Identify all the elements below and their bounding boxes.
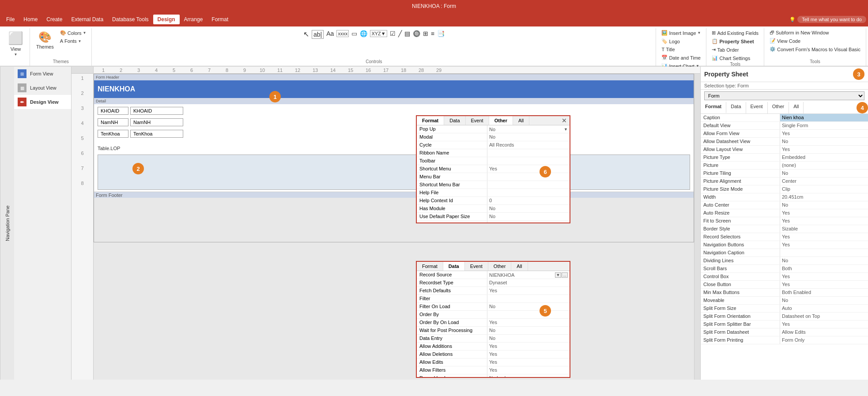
form-footer-bar[interactable]: Form Footer bbox=[94, 192, 694, 198]
prop-value-picture-tiling[interactable]: No bbox=[780, 170, 868, 177]
popup-other-tab-event[interactable]: Event bbox=[466, 116, 489, 125]
tab-tool[interactable]: 📑 bbox=[436, 29, 445, 38]
text-box-tool[interactable]: ab| bbox=[311, 29, 325, 40]
design-view-option[interactable]: ✏ Design View bbox=[14, 95, 71, 109]
prop-value-split-printing[interactable]: Form Only bbox=[780, 336, 868, 344]
prop-value-allow-form-view[interactable]: Yes bbox=[780, 130, 868, 137]
navigation-pane[interactable]: Navigation Pane bbox=[0, 67, 14, 380]
view-code-button[interactable]: 📝 View Code bbox=[768, 37, 802, 45]
prop-value-allow-layout-view[interactable]: Yes bbox=[780, 146, 868, 153]
prop-value-picture-size-mode[interactable]: Clip bbox=[780, 185, 868, 193]
themes-button[interactable]: 🎨 Themes bbox=[34, 29, 57, 51]
prop-value-picture[interactable]: (none) bbox=[780, 162, 868, 169]
menu-create[interactable]: Create bbox=[42, 15, 67, 24]
prop-value-picture-alignment[interactable]: Center bbox=[780, 177, 868, 185]
check-tool[interactable]: ☑ bbox=[389, 29, 396, 40]
prop-row-split-form-orientation: Split Form Orientation Datasheet on Top bbox=[701, 313, 868, 321]
prop-value-width[interactable]: 20.451cm bbox=[780, 193, 868, 201]
add-existing-fields-button[interactable]: ⊞ Add Existing Fields bbox=[710, 29, 760, 37]
prop-value-split-form-orientation[interactable]: Datasheet on Top bbox=[780, 313, 868, 320]
combo-tool[interactable]: XYZ▼ bbox=[369, 29, 388, 40]
prop-value-allow-datasheet-view[interactable]: No bbox=[780, 138, 868, 145]
badge-1: 1 bbox=[269, 91, 281, 102]
popup-dropdown-arrow[interactable]: ▼ bbox=[564, 127, 568, 132]
prop-value-auto-resize[interactable]: Yes bbox=[780, 209, 868, 217]
property-tab-data[interactable]: Data bbox=[726, 102, 746, 113]
prop-value-auto-center[interactable]: No bbox=[780, 201, 868, 209]
layout-view-option[interactable]: ▦ Layout View bbox=[14, 81, 71, 95]
menu-arrange[interactable]: Arrange bbox=[180, 15, 208, 24]
popup-data-tab-format[interactable]: Format bbox=[417, 262, 443, 271]
prop-value-moveable[interactable]: No bbox=[780, 297, 868, 304]
menu-database-tools[interactable]: Database Tools bbox=[108, 15, 153, 24]
more-controls-btn[interactable]: ▤ bbox=[404, 29, 411, 40]
convert-macros-button[interactable]: ⚙️ Convert Form's Macros to Visual Basic bbox=[768, 45, 862, 53]
btn-tool[interactable]: 🔘 bbox=[412, 29, 421, 38]
date-time-button[interactable]: 📅 Date and Time bbox=[660, 54, 702, 61]
prop-value-split-form-size[interactable]: Auto bbox=[780, 305, 868, 312]
prop-value-split-splitter-bar[interactable]: Yes bbox=[780, 321, 868, 328]
prop-value-picture-type[interactable]: Embedded bbox=[780, 154, 868, 161]
rect-tool[interactable]: ▭ bbox=[351, 29, 358, 40]
prop-value-dividing-lines[interactable]: No bbox=[780, 257, 868, 264]
popup-other-tab-all[interactable]: All bbox=[513, 116, 529, 125]
property-tab-event[interactable]: Event bbox=[746, 102, 768, 113]
listbox-tool[interactable]: ≡ bbox=[430, 29, 435, 38]
input-khoaid[interactable]: KHOAID bbox=[130, 107, 183, 115]
xxxx-tool[interactable]: xxxx bbox=[336, 29, 350, 40]
title-button[interactable]: T Title bbox=[660, 46, 676, 53]
line-tool[interactable]: ╱ bbox=[397, 29, 403, 40]
tab-order-button[interactable]: ⇥ Tab Order bbox=[710, 46, 740, 53]
prop-value-record-selectors[interactable]: Yes bbox=[780, 233, 868, 241]
prop-value-default-view[interactable]: Single Form bbox=[780, 122, 868, 129]
input-namnh[interactable]: NamNH bbox=[130, 118, 183, 126]
popup-data-tab-event[interactable]: Event bbox=[465, 262, 488, 271]
record-source-dropdown[interactable]: ▼ bbox=[555, 272, 562, 278]
colors-button[interactable]: 🎨 Colors ▼ bbox=[58, 29, 88, 37]
prop-value-close-button[interactable]: Yes bbox=[780, 281, 868, 288]
prop-value-nav-caption[interactable] bbox=[780, 249, 868, 256]
subform-new-window-button[interactable]: 🗗 Subform in New Window bbox=[768, 29, 830, 36]
prop-value-fit-to-screen[interactable]: Yes bbox=[780, 217, 868, 225]
label-tool[interactable]: Aa bbox=[325, 29, 335, 40]
insert-image-button[interactable]: 🖼️ Insert Image ▼ bbox=[660, 29, 702, 37]
popup-data-tab-all[interactable]: All bbox=[511, 262, 528, 271]
popup-other-tab-data[interactable]: Data bbox=[444, 116, 465, 125]
popup-other-tab-format[interactable]: Format bbox=[417, 116, 444, 125]
prop-value-border-style[interactable]: Sizable bbox=[780, 225, 868, 233]
fonts-button[interactable]: A Fonts ▼ bbox=[58, 38, 88, 45]
property-sheet-button[interactable]: 📋 Property Sheet bbox=[710, 38, 755, 45]
prop-value-nav-buttons[interactable]: Yes bbox=[780, 241, 868, 249]
prop-value-split-datasheet[interactable]: Allow Edits bbox=[780, 328, 868, 336]
subform-tool[interactable]: ⊞ bbox=[422, 29, 429, 38]
prop-value-caption[interactable]: Nien khoa bbox=[780, 114, 868, 121]
record-source-btn[interactable]: ... bbox=[562, 272, 568, 278]
popup-data-tabs: Format Data Event Other All bbox=[417, 262, 570, 271]
view-button[interactable]: ⬜ View ▼ bbox=[5, 29, 26, 58]
menu-home[interactable]: Home bbox=[19, 15, 42, 24]
property-tab-other[interactable]: Other bbox=[768, 102, 789, 113]
form-view-option[interactable]: ⊞ Form View bbox=[14, 67, 71, 81]
chart-settings-button[interactable]: 📊 Chart Settings bbox=[710, 54, 752, 62]
subform-icon: ⊞ bbox=[423, 30, 428, 37]
logo-button[interactable]: 🏷️ Logo bbox=[660, 38, 681, 45]
prop-value-control-box[interactable]: Yes bbox=[780, 273, 868, 280]
property-sheet-select[interactable]: Form bbox=[704, 91, 864, 100]
menu-design[interactable]: Design bbox=[153, 15, 180, 24]
vertical-scrollbar[interactable] bbox=[694, 74, 700, 380]
select-tool[interactable]: ↖ bbox=[302, 29, 310, 40]
popup-data-tab-other[interactable]: Other bbox=[488, 262, 512, 271]
menu-external-data[interactable]: External Data bbox=[67, 15, 108, 24]
popup-other-close[interactable]: ✕ bbox=[559, 116, 570, 125]
input-tenkhoa[interactable]: TenKhoa bbox=[130, 130, 183, 138]
menu-format[interactable]: Format bbox=[207, 15, 233, 24]
property-tab-all[interactable]: All bbox=[789, 102, 804, 113]
menu-file[interactable]: File bbox=[2, 15, 19, 24]
property-tab-format[interactable]: Format bbox=[701, 102, 726, 113]
popup-data-tab-data[interactable]: Data bbox=[443, 262, 465, 271]
prop-value-scroll-bars[interactable]: Both bbox=[780, 265, 868, 272]
popup-other-tab-other[interactable]: Other bbox=[489, 116, 513, 125]
web-tool[interactable]: 🌐 bbox=[359, 29, 368, 40]
tell-me-input[interactable]: Tell me what you want to do bbox=[797, 16, 866, 23]
prop-value-min-max[interactable]: Both Enabled bbox=[780, 289, 868, 296]
